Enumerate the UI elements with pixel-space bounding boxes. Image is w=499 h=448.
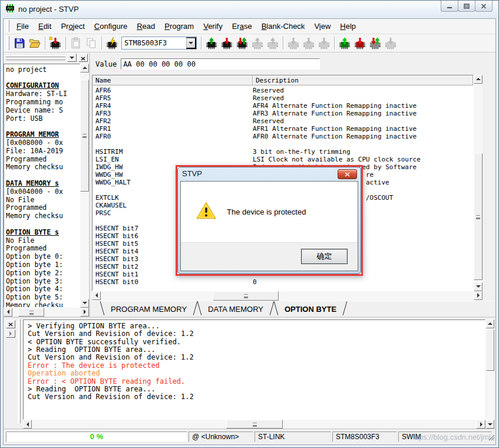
log-close-button[interactable] — [6, 320, 15, 328]
scroll-track[interactable] — [101, 291, 474, 301]
maximize-button[interactable] — [458, 1, 475, 12]
scroll-thumb[interactable] — [80, 80, 89, 192]
auto-program-button[interactable] — [368, 35, 383, 51]
table-row[interactable]: AFR3AFR3 Alternate Function Remapping in… — [92, 110, 473, 117]
open-button[interactable] — [27, 35, 42, 51]
tab-option-byte[interactable]: OPTION BYTE — [274, 301, 347, 317]
scroll-up-button[interactable] — [80, 64, 89, 73]
title-bar[interactable]: no project - STVP — [1, 1, 498, 18]
blank-check-button[interactable] — [337, 35, 352, 51]
configure-device-button[interactable] — [104, 35, 120, 51]
menu-item-program[interactable]: Program — [160, 19, 199, 33]
toolbar-separator — [45, 37, 45, 50]
close-button[interactable] — [475, 1, 493, 12]
menu-item-blank-check[interactable]: Blank-Check — [257, 19, 310, 33]
chip-auto-icon — [369, 37, 382, 50]
value-input[interactable] — [121, 58, 320, 70]
row-name: AFR5 — [92, 94, 253, 102]
tab-program-memory[interactable]: PROGRAM MEMORY — [100, 301, 197, 317]
column-header-description[interactable]: Description — [253, 75, 473, 85]
menu-item-erase[interactable]: Erase — [227, 19, 257, 33]
menu-item-read[interactable]: Read — [132, 19, 160, 33]
table-row[interactable]: AFR0AFR0 Alternate Function Remapping in… — [92, 133, 473, 140]
table-vertical-scrollbar[interactable] — [474, 75, 483, 291]
log-horizontal-scrollbar[interactable] — [23, 420, 485, 429]
scroll-right-button[interactable] — [474, 291, 483, 300]
log-output[interactable]: > Verifying OPTION BYTE area...Cut Versi… — [23, 319, 485, 420]
resize-grip[interactable] — [487, 433, 495, 443]
device-select-dropdown-button[interactable] — [186, 37, 196, 49]
scroll-thumb[interactable] — [486, 330, 494, 371]
sidebar-dropdown-button[interactable] — [67, 54, 77, 62]
sidebar-close-button[interactable] — [78, 54, 88, 62]
sidebar-vertical-scrollbar[interactable] — [80, 64, 89, 308]
menu-item-configure[interactable]: Configure — [90, 19, 132, 33]
scroll-thumb[interactable] — [474, 153, 483, 280]
scroll-track[interactable] — [32, 420, 477, 429]
scroll-left-button[interactable] — [92, 291, 101, 300]
scroll-down-button[interactable] — [486, 420, 494, 429]
scroll-thumb[interactable] — [18, 308, 44, 317]
verify-all-tabs-button — [301, 35, 316, 51]
scroll-track[interactable] — [486, 328, 494, 420]
scroll-left-button[interactable] — [23, 420, 32, 429]
menu-drag-handle[interactable] — [6, 20, 9, 32]
menu-item-file[interactable]: File — [12, 19, 34, 33]
table-row[interactable]: AFR1AFR1 Alternate Function Remapping in… — [92, 125, 473, 133]
tab-data-memory[interactable]: DATA MEMORY — [197, 301, 274, 317]
table-row[interactable]: AFR5Reserved — [92, 94, 473, 102]
save-button[interactable] — [12, 35, 27, 51]
menu-item-view[interactable]: View — [309, 19, 335, 33]
ok-button[interactable]: 确定 — [301, 249, 348, 264]
chip-gray-d-icon — [384, 37, 397, 50]
scroll-down-button[interactable] — [80, 299, 89, 308]
scroll-track[interactable] — [12, 308, 80, 317]
column-header-name[interactable]: Name — [92, 75, 253, 85]
table-row[interactable]: AFR4AFR4 Alternate Function Remapping in… — [92, 102, 473, 110]
scroll-right-button[interactable] — [80, 308, 89, 317]
menu-item-help[interactable]: Help — [335, 19, 361, 33]
read-current-tab-button[interactable] — [204, 35, 219, 51]
arrow-right-icon — [9, 331, 12, 336]
arrow-right-icon — [84, 309, 86, 314]
arrow-down-icon — [488, 423, 493, 426]
scroll-up-button[interactable] — [486, 319, 494, 328]
menu-bar: FileEditProjectConfigureReadProgramVerif… — [4, 19, 495, 34]
menu-item-project[interactable]: Project — [56, 19, 89, 33]
sidebar-drag-handle[interactable] — [6, 55, 65, 60]
verify-current-tab-button[interactable] — [234, 35, 250, 51]
sidebar-horizontal-scrollbar[interactable] — [4, 308, 89, 317]
menu-item-verify[interactable]: Verify — [199, 19, 227, 33]
table-row[interactable]: HSECNT bit00 — [92, 278, 473, 286]
sidebar-line — [6, 220, 80, 229]
main-area: no projectCONFIGURATIONHardware: ST-LIPr… — [4, 52, 495, 317]
project-info-list[interactable]: no projectCONFIGURATIONHardware: ST-LIPr… — [4, 64, 80, 308]
dialog-close-button[interactable] — [338, 169, 357, 179]
scroll-thumb[interactable] — [213, 291, 279, 301]
chip-config-icon — [105, 37, 118, 50]
scroll-track[interactable] — [474, 84, 483, 282]
program-current-tab-button[interactable] — [219, 35, 234, 51]
toolbar-drag-handle[interactable] — [6, 36, 9, 50]
log-drag-handle[interactable] — [18, 319, 21, 423]
minimize-button[interactable] — [441, 1, 458, 12]
scroll-up-button[interactable] — [474, 75, 483, 84]
table-row[interactable]: LSI_ENLSI Clock not available as CPU clo… — [92, 156, 473, 163]
menu-item-edit[interactable]: Edit — [34, 19, 56, 33]
scroll-left-button[interactable] — [4, 308, 12, 317]
table-row[interactable]: HSITRIM3 bit on-the-fly trimming — [92, 148, 473, 156]
scroll-thumb[interactable] — [226, 420, 283, 429]
device-select[interactable]: STM8S003F3 — [121, 37, 197, 50]
program-device-button[interactable] — [48, 35, 63, 51]
erase-button[interactable] — [352, 35, 368, 51]
table-row[interactable] — [92, 140, 473, 148]
scroll-right-button[interactable] — [477, 420, 485, 429]
table-row[interactable]: AFR2Reserved — [92, 117, 473, 125]
log-expand-button[interactable] — [6, 330, 15, 338]
scroll-track[interactable] — [80, 73, 89, 299]
table-row[interactable]: AFR6Reserved — [92, 87, 473, 94]
tab-label: PROGRAM MEMORY — [111, 305, 187, 314]
scroll-down-button[interactable] — [474, 282, 483, 291]
table-horizontal-scrollbar[interactable] — [92, 291, 483, 301]
log-vertical-scrollbar[interactable] — [486, 319, 494, 429]
